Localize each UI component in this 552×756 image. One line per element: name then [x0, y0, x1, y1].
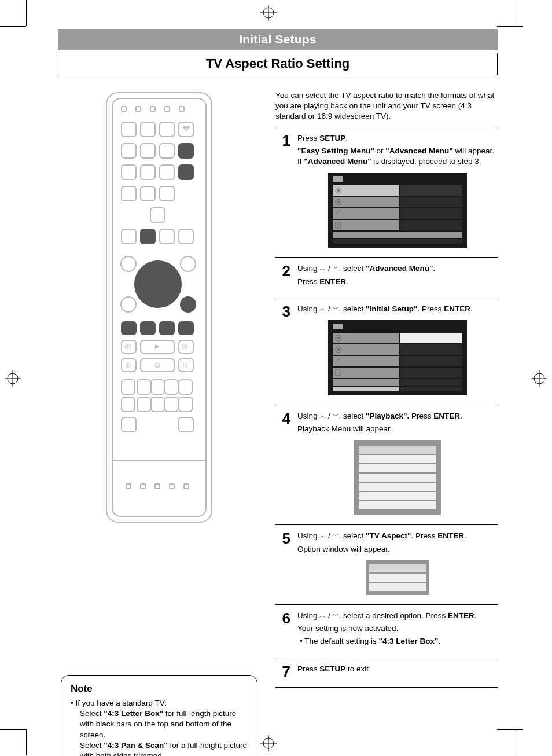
svg-point-105: [337, 348, 340, 351]
svg-rect-89: [400, 208, 462, 219]
svg-rect-41: [179, 229, 193, 244]
svg-rect-102: [400, 333, 462, 343]
step-3: 3 Using ︿ / ﹀, select "Initial Setup". P…: [275, 298, 498, 405]
section-banner: Initial Setups: [58, 29, 498, 50]
svg-point-42: [121, 256, 136, 271]
step-number: 7: [275, 664, 290, 679]
svg-rect-94: [400, 220, 462, 230]
svg-rect-33: [122, 186, 136, 201]
registration-mark-icon: [531, 370, 547, 387]
svg-rect-126: [369, 574, 426, 582]
svg-rect-15: [136, 107, 141, 111]
down-arrow-icon: ﹀: [333, 412, 339, 419]
svg-rect-40: [160, 229, 174, 244]
intro-text: You can select the TV aspect ratio to ma…: [275, 90, 498, 122]
remote-control-illustration: [104, 90, 214, 524]
svg-rect-39: [144, 233, 152, 240]
svg-rect-29: [141, 165, 155, 179]
svg-rect-76: [170, 484, 174, 489]
svg-rect-69: [179, 397, 192, 412]
crop-mark: [514, 729, 514, 755]
svg-rect-25: [160, 144, 174, 158]
step-number: 4: [275, 411, 290, 516]
menu-screenshot: [354, 440, 441, 515]
step-number: 5: [275, 531, 290, 596]
step-1: 1 Press SETUP. "Easy Setting Menu" or "A…: [275, 127, 498, 258]
svg-rect-106: [400, 344, 462, 355]
svg-rect-71: [179, 417, 193, 432]
svg-rect-73: [126, 484, 131, 489]
step-number: 6: [275, 611, 290, 649]
svg-rect-120: [359, 474, 436, 482]
svg-rect-117: [359, 446, 436, 454]
crop-mark: [0, 729, 26, 730]
svg-point-86: [337, 201, 340, 203]
step-4: 4 Using ︿ / ﹀, select "Playback". Press …: [275, 405, 498, 524]
svg-rect-19: [122, 122, 136, 137]
svg-point-48: [152, 278, 164, 290]
step-number: 2: [275, 263, 290, 289]
svg-rect-63: [165, 380, 178, 394]
menu-screenshot: [328, 320, 467, 395]
step-6: 6 Using ︿ / ﹀, select a desired option. …: [275, 604, 498, 658]
svg-rect-115: [400, 387, 462, 391]
up-arrow-icon: ︿: [319, 612, 326, 619]
crop-mark: [0, 26, 26, 27]
svg-point-101: [337, 337, 340, 339]
svg-rect-109: [333, 368, 399, 378]
crop-mark: [497, 729, 523, 730]
svg-point-44: [121, 297, 136, 312]
svg-rect-61: [137, 380, 150, 394]
svg-rect-68: [165, 397, 178, 412]
svg-rect-111: [400, 368, 462, 378]
svg-rect-37: [122, 229, 136, 244]
up-arrow-icon: ︿: [319, 532, 326, 539]
up-arrow-icon: ︿: [319, 305, 326, 312]
svg-rect-14: [122, 107, 126, 111]
svg-rect-70: [122, 417, 136, 432]
svg-rect-24: [141, 144, 155, 158]
crop-mark: [497, 26, 523, 27]
svg-rect-87: [400, 197, 462, 207]
step-7: 7 Press SETUP to exit.: [275, 658, 498, 688]
svg-rect-122: [359, 492, 436, 500]
svg-rect-74: [141, 484, 145, 489]
step-2: 2 Using ︿ / ﹀, select "Advanced Menu". P…: [275, 257, 498, 297]
svg-rect-66: [137, 397, 150, 412]
down-arrow-icon: ﹀: [333, 265, 339, 271]
svg-rect-83: [400, 185, 462, 196]
svg-rect-112: [333, 379, 399, 386]
svg-rect-30: [160, 165, 174, 179]
svg-rect-84: [333, 197, 399, 207]
svg-rect-65: [122, 397, 135, 412]
svg-rect-75: [155, 484, 160, 489]
svg-rect-119: [359, 464, 436, 472]
svg-rect-67: [151, 397, 164, 412]
svg-rect-79: [333, 176, 343, 182]
menu-screenshot: [328, 173, 467, 248]
svg-rect-77: [184, 484, 189, 489]
svg-rect-56: [122, 359, 136, 372]
step-number: 1: [275, 133, 290, 249]
svg-rect-90: [333, 220, 399, 230]
svg-rect-17: [165, 107, 170, 111]
svg-rect-98: [333, 324, 343, 329]
svg-rect-108: [400, 356, 462, 366]
svg-rect-23: [122, 144, 136, 158]
svg-rect-113: [400, 379, 462, 386]
svg-rect-28: [122, 165, 136, 179]
svg-rect-107: [333, 356, 399, 366]
registration-mark-icon: [260, 5, 277, 21]
note-item: • If you have a standard TV: Select "4:3…: [71, 698, 248, 756]
note-heading: Note: [71, 682, 248, 696]
up-arrow-icon: ︿: [319, 265, 326, 271]
up-arrow-icon: ︿: [319, 412, 326, 419]
crop-mark: [26, 729, 27, 755]
svg-rect-88: [333, 208, 399, 219]
step-5: 5 Using ︿ / ﹀, select "TV Aspect". Press…: [275, 524, 498, 604]
svg-rect-36: [150, 208, 165, 222]
svg-rect-118: [359, 455, 436, 463]
svg-point-43: [181, 256, 196, 271]
svg-rect-58: [156, 364, 159, 367]
registration-mark-icon: [5, 370, 21, 387]
